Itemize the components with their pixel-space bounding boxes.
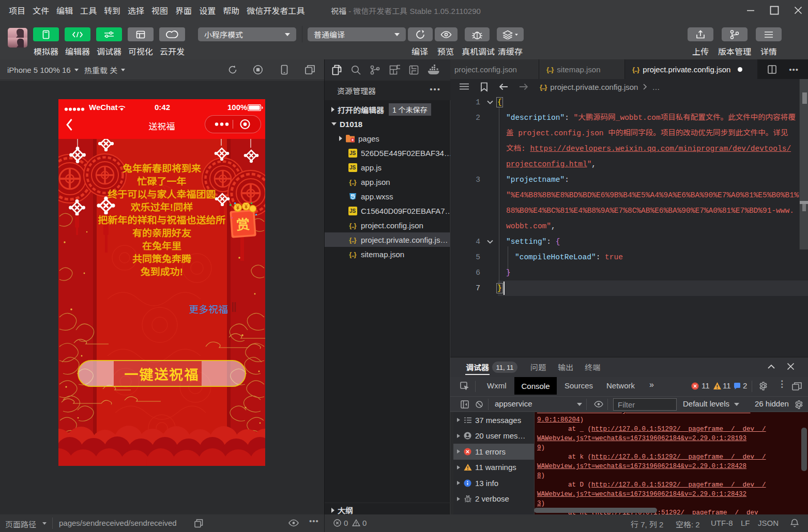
svg-text:¥: ¥ [236, 204, 239, 211]
svg-text:¥: ¥ [244, 202, 248, 210]
svg-text:赏: 赏 [236, 213, 251, 233]
